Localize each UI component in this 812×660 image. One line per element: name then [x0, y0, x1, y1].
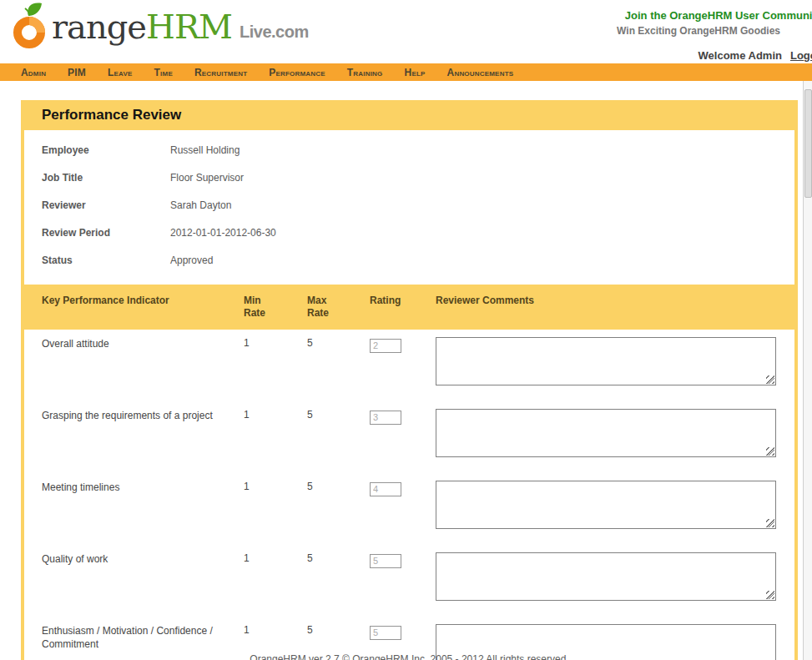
reviewer-comment-textarea[interactable]	[436, 409, 776, 457]
reviewer-comment-textarea[interactable]	[436, 481, 776, 529]
kpi-table-body: Overall attitude 1 5 Grasping the requir…	[24, 330, 794, 660]
header-kpi: Key Performance Indicator	[42, 295, 244, 330]
kpi-name: Meeting timelines	[42, 481, 244, 494]
nav-item[interactable]: Performance	[269, 67, 325, 78]
field-label: Reviewer	[42, 199, 170, 211]
kpi-comment-cell	[436, 409, 794, 457]
goodies-text: Win Exciting OrangeHRM Goodies	[617, 25, 780, 37]
rating-input[interactable]	[370, 626, 401, 640]
kpi-min-rate: 1	[244, 337, 307, 349]
kpi-name: Quality of work	[42, 552, 244, 566]
header-reviewer-comments: Reviewer Comments	[436, 295, 794, 330]
orange-fruit-leaf-icon	[7, 2, 52, 48]
logout-link[interactable]: Logout	[790, 49, 812, 62]
kpi-max-rate: 5	[307, 624, 370, 636]
logo-text: rangeHRM	[52, 5, 232, 48]
reviewer-comment-textarea[interactable]	[436, 552, 776, 601]
kpi-row: Overall attitude 1 5	[24, 330, 794, 401]
kpi-rating-cell	[370, 481, 436, 496]
kpi-rating-cell	[370, 552, 436, 568]
review-summary-fields: Employee Russell Holding Job Title Floor…	[24, 130, 794, 285]
kpi-row: Quality of work 1 5	[24, 545, 794, 617]
field-label: Job Title	[42, 172, 170, 184]
nav-item[interactable]: Announcements	[447, 67, 514, 78]
kpi-max-rate: 5	[307, 337, 370, 349]
reviewer-comment-textarea[interactable]	[436, 337, 776, 385]
panel-title: Performance Review	[21, 100, 798, 130]
field-label: Status	[42, 254, 170, 266]
vertical-scrollbar[interactable]	[803, 81, 812, 660]
nav-item[interactable]: Training	[347, 67, 383, 78]
field-value: 2012-01-01-2012-06-30	[170, 227, 276, 239]
field-label: Employee	[42, 144, 170, 156]
kpi-name: Overall attitude	[42, 337, 244, 350]
main-nav: Admin PIM Leave Time Recruitment Perform…	[0, 63, 812, 81]
field-value: Russell Holding	[170, 144, 240, 156]
kpi-name: Grasping the requirements of a project	[42, 409, 244, 422]
rating-input[interactable]	[370, 339, 401, 353]
community-link[interactable]: Join the OrangeHRM User Community	[625, 9, 812, 22]
kpi-min-rate: 1	[244, 552, 307, 564]
kpi-name: Enthusiasm / Motivation / Confidence / C…	[42, 624, 244, 651]
kpi-max-rate: 5	[307, 552, 370, 564]
field-value: Sarah Dayton	[170, 199, 231, 211]
kpi-min-rate: 1	[244, 624, 307, 636]
header-right-links: Join the OrangeHRM User Community Win Ex…	[461, 0, 812, 63]
field-row: Reviewer Sarah Dayton	[24, 196, 794, 224]
kpi-comment-cell	[436, 337, 794, 385]
kpi-min-rate: 1	[244, 409, 307, 421]
header-rating: Rating	[370, 295, 436, 330]
kpi-max-rate: 5	[307, 481, 370, 492]
field-row: Employee Russell Holding	[24, 141, 794, 169]
kpi-rating-cell	[370, 409, 436, 425]
field-row: Job Title Floor Supervisor	[24, 169, 794, 196]
logo-live-text: Live.com	[240, 23, 309, 42]
header-min-rate: Min Rate	[244, 295, 307, 330]
kpi-rating-cell	[370, 624, 436, 640]
rating-input[interactable]	[370, 411, 401, 425]
kpi-table-header: Key Performance Indicator Min Rate Max R…	[24, 285, 794, 330]
field-value: Approved	[170, 254, 213, 266]
scrollbar-thumb[interactable]	[804, 89, 812, 198]
nav-item[interactable]: PIM	[68, 67, 86, 78]
kpi-row: Meeting timelines 1 5	[24, 473, 794, 545]
kpi-min-rate: 1	[244, 481, 307, 492]
field-row: Review Period 2012-01-01-2012-06-30	[24, 224, 794, 251]
orangehrm-logo: rangeHRM Live.com	[7, 2, 309, 48]
field-value: Floor Supervisor	[170, 172, 244, 184]
nav-item[interactable]: Leave	[108, 67, 133, 78]
nav-item[interactable]: Recruitment	[194, 67, 247, 78]
header-max-rate: Max Rate	[307, 295, 370, 330]
welcome-line: Welcome AdminLogout	[699, 49, 812, 62]
kpi-row: Grasping the requirements of a project 1…	[24, 401, 794, 473]
page-header: rangeHRM Live.com Join the OrangeHRM Use…	[0, 0, 812, 63]
nav-item[interactable]: Time	[154, 67, 173, 78]
panel-body: Employee Russell Holding Job Title Floor…	[21, 130, 798, 660]
kpi-rating-cell	[370, 337, 436, 353]
field-row: Status Approved	[24, 251, 794, 279]
welcome-text: Welcome Admin	[699, 49, 782, 62]
kpi-max-rate: 5	[307, 409, 370, 421]
rating-input[interactable]	[370, 554, 401, 568]
field-label: Review Period	[42, 227, 170, 239]
nav-item[interactable]: Help	[405, 67, 426, 78]
kpi-comment-cell	[436, 552, 794, 601]
performance-review-panel: Performance Review Employee Russell Hold…	[21, 100, 798, 660]
logo-hrm-text: HRM	[146, 8, 232, 46]
kpi-comment-cell	[436, 481, 794, 529]
nav-item[interactable]: Admin	[21, 67, 46, 78]
rating-input[interactable]	[370, 482, 401, 496]
page-footer: OrangeHRM ver 2.7 © OrangeHRM Inc. 2005 …	[21, 653, 798, 660]
